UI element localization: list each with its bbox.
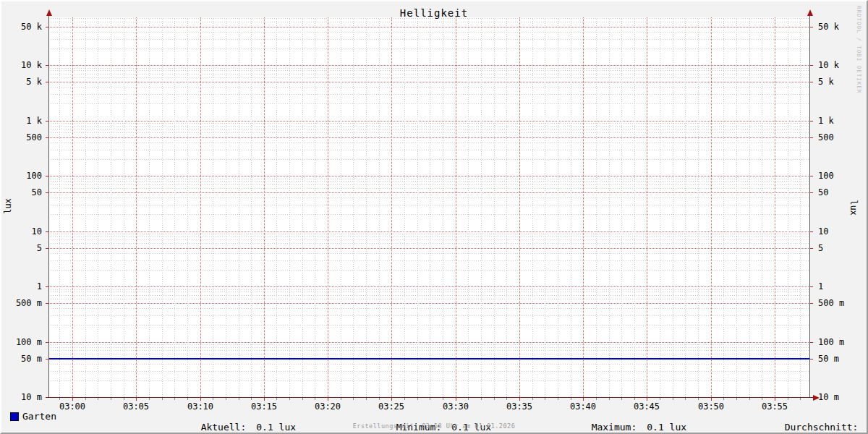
x-tick xyxy=(647,398,647,401)
x-tick xyxy=(341,398,341,400)
x-axis-label: 03:25 xyxy=(373,401,409,412)
x-tick xyxy=(328,398,328,401)
x-tick xyxy=(162,398,163,400)
y-tick xyxy=(810,359,813,359)
x-tick xyxy=(685,398,686,400)
gridline-v xyxy=(391,17,392,397)
y-axis-label: 100 m xyxy=(0,337,42,347)
x-tick xyxy=(417,398,418,400)
x-tick xyxy=(609,398,610,400)
gridline-v xyxy=(558,17,558,397)
y-axis-label: 10 xyxy=(818,226,868,237)
gridline-v xyxy=(494,17,495,397)
y-tick xyxy=(810,65,813,66)
x-tick xyxy=(59,398,60,400)
gridline-v xyxy=(647,17,647,397)
gridline-v xyxy=(341,17,341,397)
gridline-v xyxy=(800,17,801,397)
x-tick xyxy=(353,398,354,400)
x-tick xyxy=(481,398,482,400)
x-axis-line xyxy=(46,397,814,398)
gridline-v xyxy=(481,17,482,397)
x-tick xyxy=(98,398,98,400)
x-axis-label: 03:10 xyxy=(182,401,218,412)
gridline-v xyxy=(698,17,699,397)
gridline-v xyxy=(124,17,124,397)
y-axis-label: 100 m xyxy=(818,337,868,347)
y-axis-label: 50 xyxy=(818,187,868,197)
y-tick xyxy=(810,192,813,193)
x-tick xyxy=(136,398,137,401)
x-tick xyxy=(775,398,775,401)
x-tick xyxy=(698,398,699,400)
y-axis-label: 500 m xyxy=(818,298,868,308)
y-axis-left-line xyxy=(48,12,49,398)
graph-stage: 50 k50 k10 k10 k5 k5 k1 k1 k500500100100… xyxy=(0,0,868,434)
x-tick xyxy=(239,398,239,400)
x-tick xyxy=(251,398,252,400)
x-tick xyxy=(276,398,277,400)
x-axis-label: 03:35 xyxy=(501,401,537,412)
y-axis-unit-right: lux xyxy=(848,193,859,222)
x-axis-label: 03:50 xyxy=(693,401,729,412)
y-axis-label: 1 xyxy=(0,281,42,292)
y-axis-label: 500 m xyxy=(0,298,42,308)
gridline-v xyxy=(430,17,430,397)
y-axis-label: 10 m xyxy=(0,392,42,402)
x-tick xyxy=(749,398,750,400)
x-axis-label: 03:15 xyxy=(246,401,282,412)
x-tick xyxy=(711,398,712,401)
x-tick xyxy=(187,398,188,400)
gridline-v xyxy=(723,17,724,397)
x-tick xyxy=(456,398,456,401)
x-axis-label: 03:45 xyxy=(629,401,665,412)
gridline-v xyxy=(353,17,354,397)
gridline-v xyxy=(315,17,315,397)
x-tick xyxy=(571,398,571,400)
x-tick xyxy=(468,398,469,400)
gridline-v xyxy=(749,17,750,397)
gridline-v xyxy=(762,17,762,397)
gridline-v xyxy=(545,17,545,397)
x-tick xyxy=(391,398,392,401)
rrdtool-graph: 50 k50 k10 k10 k5 k5 k1 k1 k500500100100… xyxy=(0,0,868,434)
gridline-v xyxy=(571,17,571,397)
y-axis-label: 100 xyxy=(0,171,42,181)
x-axis-label: 03:00 xyxy=(54,401,90,412)
chart-title: Helligkeit xyxy=(0,7,868,19)
x-tick xyxy=(289,398,290,400)
gridline-v xyxy=(213,17,213,397)
gridline-v xyxy=(289,17,290,397)
gridline-v xyxy=(226,17,226,397)
x-tick xyxy=(673,398,673,400)
y-tick xyxy=(810,82,813,82)
y-tick xyxy=(810,286,813,287)
gridline-v xyxy=(532,17,533,397)
gridline-v xyxy=(174,17,175,397)
gridline-v xyxy=(621,17,622,397)
y-tick xyxy=(810,27,813,27)
x-tick xyxy=(723,398,724,400)
gridline-v xyxy=(72,17,73,397)
x-tick xyxy=(226,398,226,400)
y-axis-label: 500 xyxy=(0,132,42,142)
legend-row: Garten Aktuell:0.1 lux Minimum:0.1 lux M… xyxy=(0,411,868,422)
y-axis-label: 5 xyxy=(818,243,868,253)
y-tick xyxy=(810,121,813,122)
x-tick xyxy=(149,398,150,400)
x-tick xyxy=(72,398,73,401)
x-tick xyxy=(596,398,597,400)
y-axis-label: 50 m xyxy=(0,354,42,364)
y-axis-label: 1 k xyxy=(818,116,868,126)
y-axis-label: 10 xyxy=(0,226,42,237)
x-tick xyxy=(621,398,622,400)
gridline-v xyxy=(506,17,507,397)
y-axis-label: 500 xyxy=(818,132,868,142)
gridline-v xyxy=(404,17,405,397)
y-axis-unit-left: lux xyxy=(3,192,13,221)
x-tick xyxy=(660,398,660,400)
gridline-v xyxy=(59,17,60,397)
gridline-v xyxy=(379,17,380,397)
gridline-v xyxy=(673,17,673,397)
gridline-v xyxy=(468,17,469,397)
